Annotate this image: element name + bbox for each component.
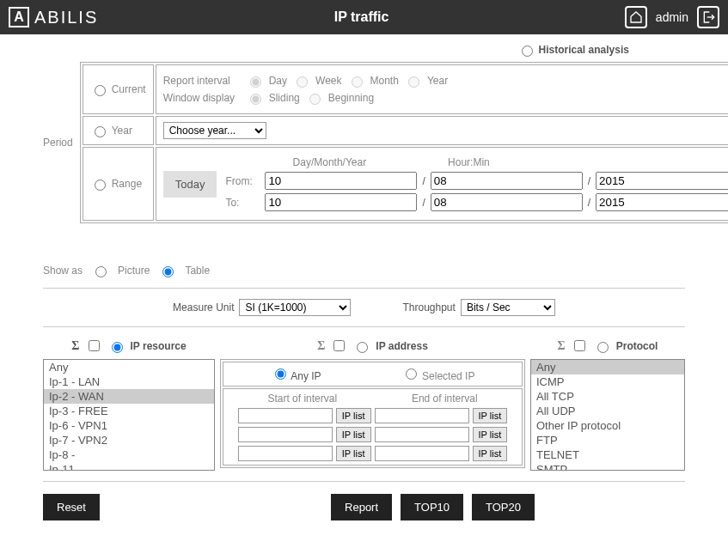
- beginning-radio[interactable]: [309, 94, 321, 105]
- ip-address-radio[interactable]: [357, 342, 368, 353]
- sum-resource-checkbox[interactable]: [89, 340, 100, 351]
- list-item[interactable]: ICMP: [531, 374, 684, 389]
- report-interval-label: Report interval: [163, 75, 241, 87]
- ip-resource-label: IP resource: [131, 340, 187, 352]
- year-label: Year: [112, 125, 132, 137]
- measure-unit-select[interactable]: SI (1K=1000): [239, 299, 351, 316]
- sliding-label: Sliding: [269, 92, 300, 104]
- any-ip-label: Any IP: [291, 370, 321, 382]
- sum-protocol-checkbox[interactable]: [574, 340, 585, 351]
- current-radio[interactable]: [95, 85, 106, 96]
- iplist-btn-e3[interactable]: IP list: [473, 446, 508, 461]
- list-item[interactable]: FTP: [531, 433, 684, 447]
- list-item[interactable]: Ip-11 -: [44, 462, 214, 471]
- list-item[interactable]: Other IP protocol: [531, 418, 684, 433]
- choose-year-select[interactable]: Choose year...: [163, 122, 266, 139]
- from-day[interactable]: [265, 172, 417, 190]
- hm-label: Hour:Min: [430, 156, 507, 168]
- list-item[interactable]: TELNET: [531, 447, 684, 462]
- protocol-label: Protocol: [616, 340, 658, 352]
- range-label: Range: [112, 178, 142, 190]
- sum-address-checkbox[interactable]: [333, 340, 345, 351]
- from-month[interactable]: [431, 172, 583, 190]
- dmy-label: Day/Month/Year: [265, 156, 394, 168]
- report-button[interactable]: Report: [331, 494, 392, 520]
- sigma-icon-2: Σ: [317, 339, 325, 353]
- user-label: admin: [656, 10, 688, 24]
- list-item[interactable]: Any: [531, 360, 684, 374]
- logout-icon[interactable]: [697, 6, 719, 28]
- sigma-icon-3: Σ: [558, 339, 566, 353]
- list-item[interactable]: Ip-3 - FREE: [44, 404, 214, 418]
- week-label: Week: [315, 75, 341, 87]
- end-ip-2[interactable]: [375, 427, 469, 442]
- month-label: Month: [370, 75, 399, 87]
- end-ip-1[interactable]: [375, 408, 469, 423]
- list-item[interactable]: Ip-8 -: [44, 447, 214, 462]
- logo-text: ABILIS: [34, 8, 98, 27]
- iplist-btn-e2[interactable]: IP list: [473, 427, 508, 442]
- any-ip-radio[interactable]: [275, 368, 286, 380]
- list-item[interactable]: Ip-7 - VPN2: [44, 433, 214, 447]
- day-radio[interactable]: [250, 76, 261, 88]
- list-item[interactable]: SMTP: [531, 462, 684, 471]
- end-interval-label: End of interval: [412, 393, 478, 405]
- start-ip-1[interactable]: [238, 408, 333, 423]
- from-year[interactable]: [596, 172, 728, 190]
- home-icon[interactable]: [625, 6, 647, 28]
- logo: A ABILIS: [9, 7, 98, 27]
- start-ip-2[interactable]: [238, 427, 333, 442]
- historical-radio[interactable]: [522, 46, 533, 57]
- showas-label: Show as: [43, 265, 83, 277]
- from-label: From:: [225, 175, 260, 187]
- range-radio[interactable]: [95, 180, 106, 191]
- list-item[interactable]: Any: [44, 360, 214, 374]
- start-interval-label: Start of interval: [267, 393, 337, 405]
- year-radio[interactable]: [95, 126, 106, 137]
- page-title: IP traffic: [98, 9, 625, 25]
- throughput-select[interactable]: Bits / Sec: [461, 299, 555, 316]
- reset-button[interactable]: Reset: [43, 494, 100, 520]
- period-label: Period: [43, 137, 73, 149]
- to-month[interactable]: [431, 193, 583, 211]
- selected-ip-label: Selected IP: [422, 370, 474, 382]
- today-button[interactable]: Today: [163, 171, 217, 198]
- list-item[interactable]: Ip-1 - LAN: [44, 374, 214, 389]
- protocol-radio[interactable]: [597, 342, 609, 353]
- table-label: Table: [185, 265, 210, 277]
- sliding-radio[interactable]: [250, 94, 261, 105]
- protocol-list[interactable]: AnyICMPAll TCPAll UDPOther IP protocolFT…: [530, 359, 685, 471]
- to-label: To:: [225, 197, 260, 209]
- throughput-label: Throughput: [402, 301, 455, 313]
- iplist-btn-s2[interactable]: IP list: [336, 427, 371, 442]
- top10-button[interactable]: TOP10: [401, 494, 463, 520]
- list-item[interactable]: Ip-6 - VPN1: [44, 418, 214, 433]
- to-day[interactable]: [265, 193, 417, 211]
- start-ip-3[interactable]: [238, 446, 333, 461]
- selected-ip-radio[interactable]: [406, 368, 417, 380]
- to-year[interactable]: [596, 193, 728, 211]
- picture-radio[interactable]: [95, 266, 107, 277]
- logo-mark: A: [9, 7, 29, 27]
- measure-unit-label: Measure Unit: [173, 301, 234, 313]
- list-item[interactable]: All TCP: [531, 389, 684, 404]
- ip-resource-radio[interactable]: [112, 342, 123, 353]
- picture-label: Picture: [118, 265, 150, 277]
- year-radio-opt[interactable]: [408, 76, 419, 88]
- month-radio[interactable]: [352, 76, 363, 88]
- iplist-btn-e1[interactable]: IP list: [473, 408, 508, 423]
- list-item[interactable]: All UDP: [531, 404, 684, 418]
- list-item[interactable]: Ip-2 - WAN: [44, 389, 214, 404]
- beginning-label: Beginning: [328, 92, 374, 104]
- year-opt-label: Year: [427, 75, 448, 87]
- historical-label: Historical analysis: [539, 44, 629, 56]
- ip-address-label: IP address: [376, 340, 427, 352]
- week-radio[interactable]: [297, 76, 308, 88]
- table-radio[interactable]: [162, 266, 174, 277]
- ip-resource-list[interactable]: AnyIp-1 - LANIp-2 - WANIp-3 - FREEIp-6 -…: [43, 359, 215, 471]
- top20-button[interactable]: TOP20: [472, 494, 535, 520]
- iplist-btn-s1[interactable]: IP list: [336, 408, 371, 423]
- current-label: Current: [112, 83, 146, 95]
- end-ip-3[interactable]: [375, 446, 469, 461]
- iplist-btn-s3[interactable]: IP list: [336, 446, 371, 461]
